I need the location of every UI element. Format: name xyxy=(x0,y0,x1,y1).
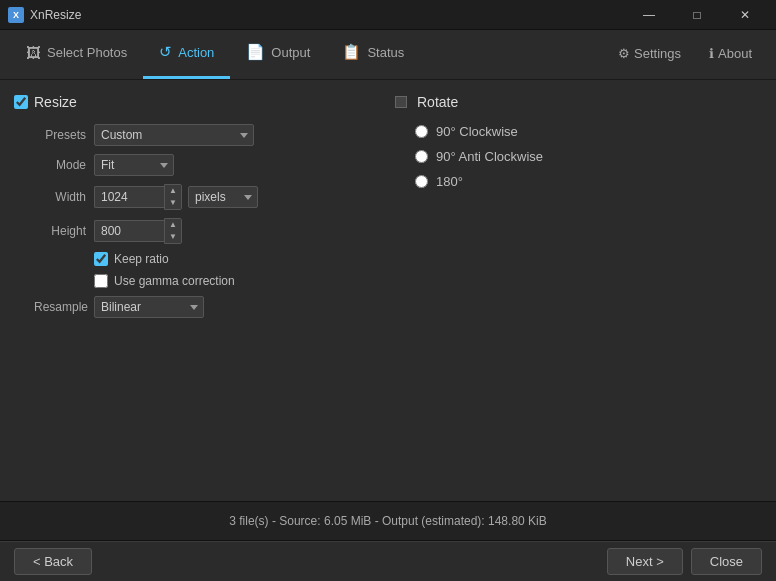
next-button[interactable]: Next > xyxy=(607,548,683,575)
tab-status[interactable]: 📋 Status xyxy=(326,30,420,79)
height-up-button[interactable]: ▲ xyxy=(165,219,181,231)
about-icon: ℹ xyxy=(709,46,714,61)
mode-row: Mode Fit Stretch Crop Pad xyxy=(34,154,381,176)
width-spinbox: ▲ ▼ xyxy=(94,184,182,210)
rotate-180-label: 180° xyxy=(436,174,463,189)
resize-panel: Resize Presets Custom 800x600 1024x768 1… xyxy=(14,94,381,487)
titlebar: X XnResize — □ ✕ xyxy=(0,0,776,30)
width-spinner-buttons: ▲ ▼ xyxy=(164,184,182,210)
statusbar: 3 file(s) - Source: 6.05 MiB - Output (e… xyxy=(0,501,776,541)
app-icon: X xyxy=(8,7,24,23)
gamma-checkbox[interactable] xyxy=(94,274,108,288)
height-spinbox: ▲ ▼ xyxy=(94,218,182,244)
height-label: Height xyxy=(34,224,94,238)
bottombar: < Back Next > Close xyxy=(0,541,776,581)
width-up-button[interactable]: ▲ xyxy=(165,185,181,197)
tab-settings[interactable]: ⚙ Settings xyxy=(604,30,695,79)
resize-checkbox[interactable] xyxy=(14,95,28,109)
keep-ratio-label: Keep ratio xyxy=(114,252,169,266)
keep-ratio-row: Keep ratio xyxy=(94,252,381,266)
width-row: Width ▲ ▼ pixels percent cm mm inches xyxy=(34,184,381,210)
rotate-ccw90-label: 90° Anti Clockwise xyxy=(436,149,543,164)
rotate-cw90-label: 90° Clockwise xyxy=(436,124,518,139)
presets-select[interactable]: Custom 800x600 1024x768 1280x720 1920x10… xyxy=(94,124,254,146)
rotate-180-radio[interactable] xyxy=(415,175,428,188)
select-photos-icon: 🖼 xyxy=(26,44,41,61)
gamma-row: Use gamma correction xyxy=(94,274,381,288)
tab-settings-label: Settings xyxy=(634,46,681,61)
width-down-button[interactable]: ▼ xyxy=(165,197,181,209)
keep-ratio-checkbox[interactable] xyxy=(94,252,108,266)
mode-label: Mode xyxy=(34,158,94,172)
tab-about[interactable]: ℹ About xyxy=(695,30,766,79)
settings-icon: ⚙ xyxy=(618,46,630,61)
gamma-label: Use gamma correction xyxy=(114,274,235,288)
resize-section-header: Resize xyxy=(14,94,381,110)
output-icon: 📄 xyxy=(246,43,265,61)
tab-output[interactable]: 📄 Output xyxy=(230,30,326,79)
presets-row: Presets Custom 800x600 1024x768 1280x720… xyxy=(34,124,381,146)
height-input[interactable] xyxy=(94,220,164,242)
rotate-section-header: Rotate xyxy=(395,94,762,110)
rotate-block-indicator xyxy=(395,96,407,108)
close-button[interactable]: Close xyxy=(691,548,762,575)
statusbar-text: 3 file(s) - Source: 6.05 MiB - Output (e… xyxy=(229,514,546,528)
rotate-cw90-row: 90° Clockwise xyxy=(415,124,762,139)
tab-output-label: Output xyxy=(271,45,310,60)
maximize-button[interactable]: □ xyxy=(674,0,720,30)
mode-select[interactable]: Fit Stretch Crop Pad xyxy=(94,154,174,176)
height-row: Height ▲ ▼ xyxy=(34,218,381,244)
presets-label: Presets xyxy=(34,128,94,142)
tab-select-photos-label: Select Photos xyxy=(47,45,127,60)
height-spinner-buttons: ▲ ▼ xyxy=(164,218,182,244)
rotate-ccw90-row: 90° Anti Clockwise xyxy=(415,149,762,164)
tab-about-label: About xyxy=(718,46,752,61)
titlebar-close-button[interactable]: ✕ xyxy=(722,0,768,30)
rotate-180-row: 180° xyxy=(415,174,762,189)
width-input[interactable] xyxy=(94,186,164,208)
resample-row: Resample Bilinear Bicubic Lanczos Neares… xyxy=(34,296,381,318)
rotate-title: Rotate xyxy=(417,94,458,110)
tab-action-label: Action xyxy=(178,45,214,60)
bottom-right-buttons: Next > Close xyxy=(607,548,762,575)
resample-select[interactable]: Bilinear Bicubic Lanczos Nearest Neighbo… xyxy=(94,296,204,318)
action-icon: ↺ xyxy=(159,43,172,61)
width-label: Width xyxy=(34,190,94,204)
status-icon: 📋 xyxy=(342,43,361,61)
rotate-cw90-radio[interactable] xyxy=(415,125,428,138)
resample-label: Resample xyxy=(34,300,94,314)
back-button[interactable]: < Back xyxy=(14,548,92,575)
titlebar-controls: — □ ✕ xyxy=(626,0,768,30)
resize-title: Resize xyxy=(34,94,77,110)
tab-select-photos[interactable]: 🖼 Select Photos xyxy=(10,30,143,79)
rotate-panel: Rotate 90° Clockwise 90° Anti Clockwise … xyxy=(395,94,762,487)
rotate-ccw90-radio[interactable] xyxy=(415,150,428,163)
app-title: XnResize xyxy=(30,8,81,22)
tabbar: 🖼 Select Photos ↺ Action 📄 Output 📋 Stat… xyxy=(0,30,776,80)
tab-status-label: Status xyxy=(367,45,404,60)
height-down-button[interactable]: ▼ xyxy=(165,231,181,243)
titlebar-left: X XnResize xyxy=(8,7,81,23)
main-content: Resize Presets Custom 800x600 1024x768 1… xyxy=(0,80,776,501)
unit-select[interactable]: pixels percent cm mm inches xyxy=(188,186,258,208)
tab-action[interactable]: ↺ Action xyxy=(143,30,230,79)
minimize-button[interactable]: — xyxy=(626,0,672,30)
